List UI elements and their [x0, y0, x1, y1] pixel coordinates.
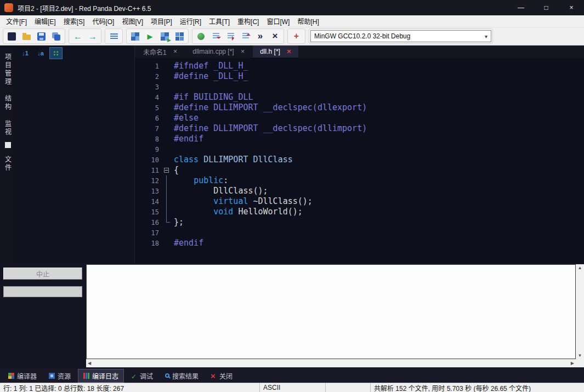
- bottom-tab-compile-log[interactable]: 编译日志: [78, 369, 124, 383]
- compiler-set-group: MinGW GCC10.2.0 32-bit Debug ▾: [309, 29, 493, 44]
- menu-window[interactable]: 窗口[W]: [263, 15, 293, 27]
- watch-panel-icon: [5, 142, 11, 148]
- editor-tab-label: dll.h [*]: [260, 48, 280, 55]
- bottom-tab-debug[interactable]: 调试: [126, 370, 158, 382]
- sort-alphabetically-button[interactable]: ↓a: [34, 47, 47, 59]
- status-parse-info: 共解析 152 个文件, 用时 5.703 秒 (每秒 26.65 个文件): [371, 383, 584, 392]
- close-button[interactable]: ×: [559, 0, 584, 15]
- menu-file[interactable]: 文件[F]: [2, 15, 31, 27]
- editor-tab-1[interactable]: dllmain.cpp [*]×: [185, 46, 252, 58]
- editor-tab-2[interactable]: dll.h [*]×: [253, 46, 298, 58]
- status-encoding: ASCII: [260, 383, 326, 392]
- debug-icon: [197, 33, 205, 40]
- menu-tools[interactable]: 工具[T]: [205, 15, 234, 27]
- open-button[interactable]: [19, 30, 34, 43]
- code-editor[interactable]: 1#ifndef _DLL_H_2#define _DLL_H_34#if BU…: [135, 58, 584, 263]
- compile-log-output[interactable]: [86, 264, 576, 359]
- code-text: DllClass();: [171, 186, 268, 196]
- fold-collapse-icon[interactable]: [164, 168, 169, 173]
- tab-close-icon[interactable]: ×: [173, 48, 178, 55]
- status-cursor-position: 行: 1 列: 1 已选择: 0 总行数: 18 长度: 267: [0, 383, 260, 392]
- minimize-button[interactable]: —: [508, 0, 534, 15]
- save-all-button[interactable]: [49, 30, 64, 43]
- scroll-left-icon[interactable]: ◀: [88, 361, 91, 366]
- line-number: 15: [135, 208, 162, 216]
- bottom-tab-label: 编译器: [17, 371, 37, 380]
- project-panel: ↓1↓a∷: [15, 46, 134, 263]
- editor-tab-label: 未命名1: [143, 47, 167, 56]
- toolbar-group: [287, 29, 305, 44]
- continue-button[interactable]: [253, 30, 268, 43]
- compile-controls: 中止: [0, 263, 86, 368]
- stop-button[interactable]: [268, 30, 282, 43]
- debug-button[interactable]: [194, 30, 208, 43]
- side-tab-structure[interactable]: 结构: [3, 95, 13, 111]
- menu-search[interactable]: 搜索[S]: [60, 15, 89, 27]
- code-text: };: [171, 217, 184, 228]
- tab-close-icon[interactable]: ×: [287, 48, 291, 55]
- project-tree[interactable]: [15, 61, 134, 263]
- output-vertical-scrollbar[interactable]: ▲ ▼: [576, 264, 584, 359]
- code-line: 16};: [135, 217, 584, 228]
- bottom-tab-resource[interactable]: 资源: [44, 370, 76, 382]
- scroll-down-icon[interactable]: ▼: [578, 353, 582, 358]
- tab-close-icon[interactable]: ×: [241, 48, 245, 55]
- step-into-button[interactable]: [208, 30, 223, 43]
- side-tab-watch[interactable]: 监视: [3, 120, 13, 137]
- sort-by-type-button[interactable]: ↓1: [19, 47, 32, 59]
- view-mode-button[interactable]: ∷: [49, 47, 63, 59]
- compile-run-button[interactable]: [157, 30, 172, 43]
- menu-project[interactable]: 项目[P]: [147, 15, 176, 27]
- menu-refactor[interactable]: 重构[C]: [234, 15, 263, 27]
- menu-edit[interactable]: 编辑[E]: [31, 15, 60, 27]
- save-button[interactable]: [34, 30, 49, 43]
- bottom-tab-close[interactable]: 关闭: [206, 370, 237, 382]
- rebuild-button[interactable]: [172, 30, 187, 43]
- line-number: 2: [135, 73, 162, 81]
- window-title: 项目2 - [项目2.dev] - Red Panda Dev-C++ 6.5: [18, 3, 151, 13]
- code-line: 18#endif: [135, 238, 584, 248]
- compile-progress-bar: [3, 286, 82, 297]
- bottom-panel: 中止 ▲ ▼ ◀ ▶: [0, 263, 584, 368]
- title-bar: 项目2 - [项目2.dev] - Red Panda Dev-C++ 6.5 …: [0, 0, 584, 15]
- rebuild-icon: [175, 32, 184, 41]
- editor-tab-0[interactable]: 未命名1×: [136, 46, 184, 58]
- side-tab-project[interactable]: 项目管理: [3, 53, 13, 86]
- profile-icon: [292, 32, 300, 41]
- compile-log-icon: [83, 373, 89, 379]
- scroll-right-icon[interactable]: ▶: [571, 361, 574, 366]
- compile-run-icon: [161, 32, 169, 41]
- reformat-button[interactable]: [106, 30, 121, 43]
- profile-button[interactable]: [289, 30, 304, 43]
- bottom-tab-label: 搜索结果: [172, 371, 199, 380]
- toolbar-groups: [3, 29, 305, 44]
- menu-view[interactable]: 视图[V]: [118, 15, 147, 27]
- step-over-button[interactable]: [223, 30, 238, 43]
- scroll-up-icon[interactable]: ▲: [578, 265, 582, 270]
- bottom-tab-compiler[interactable]: 编译器: [3, 370, 42, 382]
- step-out-button[interactable]: [238, 30, 253, 43]
- run-button[interactable]: [143, 30, 157, 43]
- line-number: 11: [135, 167, 162, 174]
- menu-run[interactable]: 运行[R]: [176, 15, 205, 27]
- output-horizontal-scrollbar[interactable]: ◀ ▶: [86, 359, 576, 367]
- back-button[interactable]: [70, 30, 85, 43]
- compile-button[interactable]: [128, 30, 143, 43]
- fold-gutter[interactable]: [162, 165, 171, 175]
- line-number: 8: [135, 135, 162, 143]
- maximize-button[interactable]: □: [534, 0, 559, 15]
- fold-gutter: [162, 196, 171, 207]
- menu-help[interactable]: 帮助[H]: [293, 15, 322, 27]
- code-token: #define DLLIMPORT __declspec(dllimport): [174, 123, 367, 133]
- toolbar-group: [192, 29, 284, 44]
- forward-button[interactable]: [85, 30, 100, 43]
- abort-button[interactable]: 中止: [3, 268, 82, 280]
- fold-gutter: [162, 186, 171, 196]
- bottom-tab-search-results[interactable]: 搜索结果: [160, 370, 203, 382]
- compiler-set-select[interactable]: MinGW GCC10.2.0 32-bit Debug ▾: [310, 30, 491, 42]
- new-button[interactable]: [4, 30, 19, 43]
- side-tab-files[interactable]: 文件: [3, 156, 13, 172]
- menu-bar: 文件[F]编辑[E]搜索[S]代码[O]视图[V]项目[P]运行[R]工具[T]…: [0, 15, 584, 27]
- menu-code[interactable]: 代码[O]: [88, 15, 118, 27]
- side-tab-strip: 项目管理结构监视文件: [0, 46, 15, 263]
